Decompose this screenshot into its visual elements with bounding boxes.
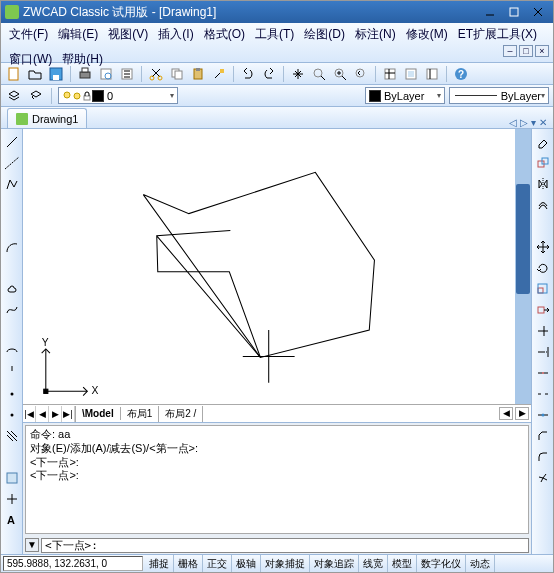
window-close-button[interactable]: [527, 4, 549, 20]
mirror-tool[interactable]: [534, 175, 552, 193]
command-input[interactable]: [41, 538, 529, 553]
copy-object-tool[interactable]: [534, 154, 552, 172]
layout-tab-model[interactable]: \Model: [76, 407, 121, 420]
layout-nav-last[interactable]: ▶|: [62, 406, 75, 422]
file-tab-drawing1[interactable]: Drawing1: [7, 108, 87, 128]
polygon-tool[interactable]: [3, 196, 21, 214]
pan-button[interactable]: [289, 65, 307, 83]
make-block-tool[interactable]: [3, 385, 21, 403]
move-tool[interactable]: [534, 238, 552, 256]
extend-tool[interactable]: [534, 343, 552, 361]
circle-tool[interactable]: [3, 259, 21, 277]
stretch-tool[interactable]: [534, 301, 552, 319]
status-lweight[interactable]: 线宽: [359, 555, 388, 572]
status-grid[interactable]: 栅格: [174, 555, 203, 572]
copy-button[interactable]: [168, 65, 186, 83]
window-maximize-button[interactable]: [503, 4, 525, 20]
construction-line-tool[interactable]: [3, 154, 21, 172]
polyline-tool[interactable]: [3, 175, 21, 193]
layout-nav-next[interactable]: ▶: [49, 406, 62, 422]
offset-tool[interactable]: [534, 196, 552, 214]
status-polar[interactable]: 极轴: [232, 555, 261, 572]
layer-manager-button[interactable]: [5, 87, 23, 105]
table-tool[interactable]: [3, 490, 21, 508]
window-minimize-button[interactable]: [479, 4, 501, 20]
hscroll-left[interactable]: ◀: [499, 407, 513, 420]
break-at-point-tool[interactable]: [534, 364, 552, 382]
fillet-tool[interactable]: [534, 448, 552, 466]
menu-file[interactable]: 文件(F): [7, 25, 50, 44]
tab-close-button[interactable]: ✕: [539, 117, 547, 128]
doc-minimize-button[interactable]: –: [503, 45, 517, 57]
redo-button[interactable]: [260, 65, 278, 83]
rotate-tool[interactable]: [534, 259, 552, 277]
properties-button[interactable]: [381, 65, 399, 83]
menu-help[interactable]: 帮助(H): [60, 50, 105, 69]
menu-edit[interactable]: 编辑(E): [56, 25, 100, 44]
erase-tool[interactable]: [534, 133, 552, 151]
status-osnap[interactable]: 对象捕捉: [261, 555, 310, 572]
linetype-combobox[interactable]: ByLayer ▾: [449, 87, 549, 104]
doc-close-button[interactable]: ×: [535, 45, 549, 57]
status-snap[interactable]: 捕捉: [145, 555, 174, 572]
point-tool[interactable]: [3, 406, 21, 424]
menu-tools[interactable]: 工具(T): [253, 25, 296, 44]
line-tool[interactable]: [3, 133, 21, 151]
status-dyn[interactable]: 动态: [466, 555, 495, 572]
tab-prev-button[interactable]: ◁: [509, 117, 517, 128]
menu-draw[interactable]: 绘图(D): [302, 25, 347, 44]
explode-tool[interactable]: [534, 469, 552, 487]
arc-tool[interactable]: [3, 238, 21, 256]
drawing-canvas[interactable]: X Y: [23, 129, 531, 404]
layout-nav-first[interactable]: |◀: [23, 406, 36, 422]
menu-ettools[interactable]: ET扩展工具(X): [456, 25, 539, 44]
scale-tool[interactable]: [534, 280, 552, 298]
status-tablet[interactable]: 数字化仪: [417, 555, 466, 572]
layer-previous-button[interactable]: [27, 87, 45, 105]
menu-format[interactable]: 格式(O): [202, 25, 247, 44]
zoom-window-button[interactable]: [331, 65, 349, 83]
publish-button[interactable]: [118, 65, 136, 83]
help-button[interactable]: ?: [452, 65, 470, 83]
trim-tool[interactable]: [534, 322, 552, 340]
paste-button[interactable]: [189, 65, 207, 83]
canvas-vertical-scrollbar[interactable]: [515, 129, 531, 404]
insert-block-tool[interactable]: [3, 364, 21, 382]
menu-modify[interactable]: 修改(M): [404, 25, 450, 44]
canvas-horizontal-scrollbar[interactable]: ◀ ▶: [203, 406, 531, 422]
break-tool[interactable]: [534, 385, 552, 403]
mtext-tool[interactable]: A: [3, 511, 21, 529]
ellipse-tool[interactable]: [3, 322, 21, 340]
menu-view[interactable]: 视图(V): [106, 25, 150, 44]
tool-palettes-button[interactable]: [423, 65, 441, 83]
region-tool[interactable]: [3, 469, 21, 487]
layer-combobox[interactable]: 0 ▾: [58, 87, 178, 104]
spline-tool[interactable]: [3, 301, 21, 319]
rectangle-tool[interactable]: [3, 217, 21, 235]
gradient-tool[interactable]: [3, 448, 21, 466]
zoom-realtime-button[interactable]: [310, 65, 328, 83]
status-ortho[interactable]: 正交: [203, 555, 232, 572]
chamfer-tool[interactable]: [534, 427, 552, 445]
menu-dim[interactable]: 标注(N): [353, 25, 398, 44]
menu-insert[interactable]: 插入(I): [156, 25, 195, 44]
menu-window[interactable]: 窗口(W): [7, 50, 54, 69]
zoom-previous-button[interactable]: [352, 65, 370, 83]
ellipse-arc-tool[interactable]: [3, 343, 21, 361]
layout-tab-layout1[interactable]: 布局1: [121, 406, 160, 422]
match-properties-button[interactable]: [210, 65, 228, 83]
design-center-button[interactable]: [402, 65, 420, 83]
color-combobox[interactable]: ByLayer ▾: [365, 87, 445, 104]
status-otrack[interactable]: 对象追踪: [310, 555, 359, 572]
join-tool[interactable]: [534, 406, 552, 424]
command-history[interactable]: 命令: aa 对象(E)/添加(A)/减去(S)/<第一点>: <下一点>: <…: [25, 425, 529, 534]
tab-menu-button[interactable]: ▾: [531, 117, 536, 128]
array-tool[interactable]: [534, 217, 552, 235]
undo-button[interactable]: [239, 65, 257, 83]
cut-button[interactable]: [147, 65, 165, 83]
tab-next-button[interactable]: ▷: [520, 117, 528, 128]
status-model[interactable]: 模型: [388, 555, 417, 572]
command-history-dropdown[interactable]: ▼: [25, 538, 39, 552]
layout-tab-layout2[interactable]: 布局2 /: [159, 406, 203, 422]
doc-maximize-button[interactable]: □: [519, 45, 533, 57]
